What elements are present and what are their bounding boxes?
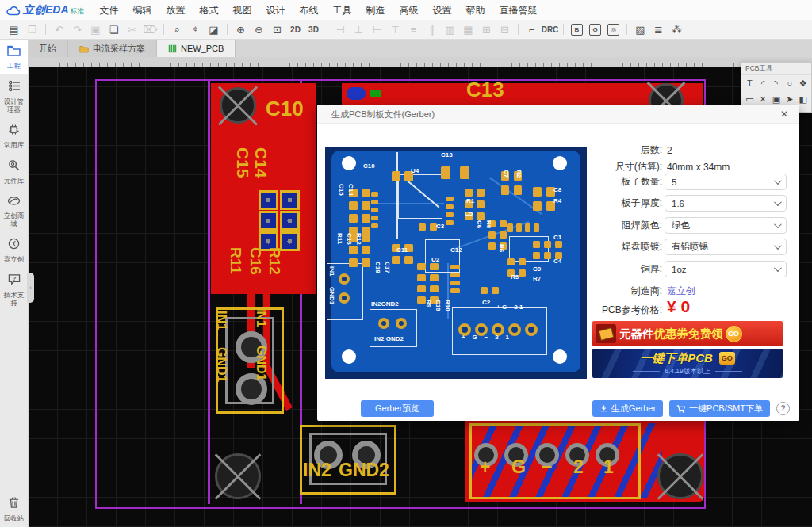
generate-gerber-button[interactable]: 生成Gerber	[592, 400, 663, 417]
open-icon[interactable]: ❒	[24, 21, 40, 37]
menu-item-文件[interactable]: 文件	[100, 5, 119, 16]
align-center-h-icon[interactable]: ≡	[405, 21, 422, 37]
group-icon[interactable]: ⊞	[478, 21, 495, 37]
view-3d-icon[interactable]: 3D	[305, 21, 322, 37]
smd-pad	[280, 211, 300, 231]
cut-tool-icon[interactable]: ✕	[756, 92, 770, 106]
sidebar-item-design-manager[interactable]: 设计管理器	[0, 74, 28, 118]
sidebar-item-jlc[interactable]: 嘉立创	[0, 232, 28, 268]
save-icon[interactable]: ▤	[6, 21, 22, 37]
layers-icon[interactable]: ≣	[650, 21, 667, 37]
sidebar-item-lcsc-mall[interactable]: 立创商城	[0, 189, 28, 232]
toolbar-separator	[626, 24, 627, 35]
redo-icon[interactable]: ↷	[69, 21, 86, 37]
tab-label: 开始	[39, 43, 56, 55]
toolbar-separator	[227, 24, 228, 35]
order-banner[interactable]: 一键下单PCB GO 6.4.19版本以上	[592, 349, 783, 378]
route-icon[interactable]: ⌐	[523, 21, 540, 37]
arc-tool-2-icon[interactable]: ◝	[770, 76, 783, 90]
arc-tool-icon[interactable]: ◜	[756, 76, 770, 90]
board-thickness-select[interactable]: 1.6	[665, 195, 787, 212]
dialog-titlebar: 生成PCB制板文件(Gerber) ✕	[317, 105, 799, 124]
find-similar-icon[interactable]: ⌖	[187, 21, 204, 37]
sidebar-item-label: 设计管理器	[0, 97, 28, 113]
distribute-h-icon[interactable]: ▥	[442, 21, 458, 37]
plating-select[interactable]: 有铅喷锡	[665, 239, 787, 255]
dialog-close-icon[interactable]: ✕	[780, 109, 788, 120]
order-pcb-smt-button[interactable]: 一键PCB/SMT下单	[669, 400, 770, 417]
copper-select[interactable]: 1oz	[665, 261, 787, 277]
menu-item-高级[interactable]: 高级	[400, 5, 419, 16]
undo-icon[interactable]: ↶	[51, 21, 67, 37]
fill-rect-tool-icon[interactable]: ▣	[770, 92, 783, 106]
align-right-icon[interactable]: ⊢	[369, 21, 385, 37]
field-label: 尺寸(估算):	[567, 160, 662, 174]
menu-item-设置[interactable]: 设置	[433, 5, 452, 16]
coupon-banner[interactable]: 元器件 优惠券免费领 GO	[592, 321, 783, 346]
menu-item-直播答疑[interactable]: 直播答疑	[500, 5, 538, 16]
share-icon[interactable]: ⁂	[668, 21, 685, 37]
view-2d-icon[interactable]: 2D	[287, 21, 304, 37]
sidebar-item-label: 技术支持	[0, 291, 28, 307]
menu-item-放置[interactable]: 放置	[167, 5, 186, 16]
align-top-icon[interactable]: ⊤	[387, 21, 404, 37]
menu-item-视图[interactable]: 视图	[233, 5, 252, 16]
align-bottom-icon[interactable]: ⊥	[350, 21, 367, 37]
coupon-icon	[596, 324, 616, 343]
arrow-tool-icon[interactable]: ➤	[783, 92, 796, 106]
circle-tool-icon[interactable]: ○	[783, 76, 796, 90]
tab-电流采样方案[interactable]: 电流采样方案	[68, 40, 157, 57]
sidebar-collapse-handle[interactable]: ‹	[27, 273, 34, 303]
cut-icon[interactable]: ✂	[124, 21, 140, 37]
coupon-text-prefix: 元器件	[619, 327, 654, 342]
price-row: PCB参考价格: ¥ 0	[317, 302, 799, 319]
board-qty-select[interactable]: 5	[665, 174, 787, 190]
help-icon[interactable]: ?	[776, 402, 790, 415]
board-thickness-row: 板子厚度: 1.6	[317, 195, 799, 212]
export-gerber-icon[interactable]: G	[587, 21, 603, 37]
sidebar-item-support[interactable]: ?技术支持	[0, 268, 28, 311]
sidebar-item-project[interactable]: 工程	[0, 40, 28, 74]
zoom-in-icon[interactable]: ⊕	[232, 21, 249, 37]
menu-item-设计[interactable]: 设计	[266, 5, 285, 16]
delete-icon[interactable]: ⌦	[142, 21, 159, 37]
sidebar-item-common-lib[interactable]: 常用库	[0, 118, 28, 154]
pick-place-icon[interactable]: ◎	[605, 21, 622, 37]
tab-NEW_PCB[interactable]: NEW_PCB	[157, 40, 236, 57]
paste-icon[interactable]: ▣	[87, 21, 104, 37]
text-tool-icon[interactable]: T	[743, 76, 756, 90]
logo-text: 立创EDA	[23, 3, 69, 17]
menu-item-帮助[interactable]: 帮助	[466, 5, 485, 16]
search-icon[interactable]: ⌕	[169, 21, 186, 37]
gerber-preview-button[interactable]: Gerber预览	[361, 400, 434, 417]
mask-color-select[interactable]: 绿色	[665, 217, 787, 234]
align-center-v-icon[interactable]: ∥	[423, 21, 440, 37]
export-image-icon[interactable]: ▨	[632, 21, 649, 37]
silkscreen-label-1: 1	[603, 458, 614, 476]
menu-item-格式[interactable]: 格式	[200, 5, 219, 16]
menu-item-布线[interactable]: 布线	[300, 5, 319, 16]
document-tabs: 开始电流采样方案NEW_PCB	[28, 40, 812, 57]
rect-tool-icon[interactable]: ▭	[743, 92, 756, 106]
sidebar-item-recycle-bin[interactable]: 回收站	[0, 491, 28, 527]
silkscreen-label-C13: C13	[466, 79, 504, 100]
pan-tool-icon[interactable]: ❖	[796, 76, 810, 90]
sidebar-item-component-lib[interactable]: 元件库	[0, 154, 28, 189]
zoom-fit-icon[interactable]: ⊡	[269, 21, 285, 37]
logo-badge: 标准	[71, 6, 85, 17]
menu-item-工具[interactable]: 工具	[333, 5, 352, 16]
export-bom-icon[interactable]: B	[569, 21, 585, 37]
tab-开始[interactable]: 开始	[28, 40, 68, 57]
eraser-icon[interactable]: ◪	[205, 21, 222, 37]
copy-icon[interactable]: ❏	[105, 21, 122, 37]
distribute-v-icon[interactable]: ▦	[460, 21, 477, 37]
align-left-icon[interactable]: ⊣	[332, 21, 349, 37]
menu-item-编辑[interactable]: 编辑	[133, 5, 152, 16]
silkscreen-label-C10: C10	[266, 98, 304, 119]
vendor-link[interactable]: 嘉立创	[667, 285, 695, 298]
drc-icon[interactable]: DRC	[542, 21, 558, 37]
menu-item-制造[interactable]: 制造	[366, 5, 385, 16]
half-plane-tool-icon[interactable]: ◧	[796, 92, 810, 106]
zoom-out-icon[interactable]: ⊖	[251, 21, 267, 37]
ungroup-icon[interactable]: ⊟	[496, 21, 513, 37]
